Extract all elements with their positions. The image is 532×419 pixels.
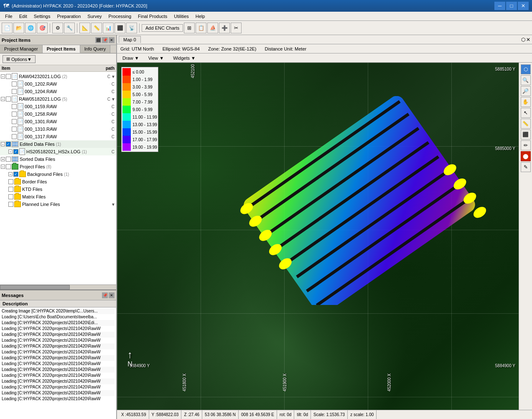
tree-node-raw2[interactable]: − 📄 RAW05182021.LOG (5) C ▼ (0, 95, 116, 103)
check-background[interactable]: ✓ (13, 172, 18, 177)
tree-node-background[interactable]: − ✓ Background Files (1) (0, 170, 116, 178)
map-tab-0[interactable]: Map 0 (119, 36, 141, 43)
pencil-btn[interactable]: ✎ (521, 162, 531, 172)
tree-node-raw2-2[interactable]: 📄 000_1258.RAW C (0, 110, 116, 118)
tree-node-ktd[interactable]: KTD Files (0, 185, 116, 193)
check-raw2[interactable] (6, 96, 11, 102)
check-raw2-1[interactable] (12, 104, 17, 109)
menu-item-help[interactable]: Help (192, 12, 209, 21)
target-button[interactable]: 🎯 (37, 23, 48, 33)
tree-node-project[interactable]: − Project Files (8) (0, 163, 116, 170)
tree-node-raw2-4[interactable]: 📄 000_1310.RAW C (0, 125, 116, 133)
zoom-in-btn[interactable]: 🔍 (521, 75, 531, 85)
tool-button-6[interactable]: ⬛ (115, 23, 125, 33)
map-close-button[interactable]: ✕ (526, 37, 530, 43)
tool-button-1[interactable]: ⚙ (52, 23, 63, 33)
enc-tool-4[interactable]: ➕ (219, 23, 230, 33)
check-raw2-5[interactable] (12, 134, 17, 139)
panel-icon-1[interactable]: ⬛ (95, 37, 101, 43)
enc-tool-3[interactable]: ⛵ (207, 23, 218, 33)
toggle-sorted[interactable]: + (1, 157, 5, 161)
tab-project-items[interactable]: Project Items (43, 45, 80, 53)
messages-pin[interactable]: 📌 (102, 292, 108, 298)
maximize-button[interactable]: □ (506, 2, 517, 10)
measure-btn[interactable]: 📏 (521, 119, 531, 129)
map-viewport[interactable]: ≤ 0.001.00 - 1.993.00 - 3.995.00 - 5.997… (117, 63, 532, 410)
check-planned[interactable] (8, 202, 13, 207)
menu-item-final products[interactable]: Final Products (135, 12, 171, 21)
tree-node-raw2-1[interactable]: 📄 000_1159.RAW C (0, 103, 116, 110)
sub-btn-draw[interactable]: Draw ▼ (119, 55, 143, 61)
map-expand-button[interactable]: ⬡ (521, 37, 525, 43)
toggle-raw1[interactable]: − (1, 74, 5, 79)
toggle-edited-1[interactable]: − (8, 150, 13, 154)
new-button[interactable]: 📄 (2, 23, 13, 33)
globe-button[interactable]: 🌐 (25, 23, 36, 33)
check-edited[interactable]: ✓ (6, 142, 11, 147)
check-raw1-1[interactable] (12, 81, 17, 86)
messages-content[interactable]: Creating Image [C:\HYPACK 2020\temp\C...… (0, 307, 116, 419)
edit-btn[interactable]: ✏ (521, 140, 531, 150)
tree-node-matrix[interactable]: Matrix Files (0, 193, 116, 201)
menu-item-survey[interactable]: Survey (84, 12, 105, 21)
tree-node-raw1[interactable]: − 📄 RAW04232021.LOG (2) C ▼ (0, 73, 116, 80)
menu-item-preparation[interactable]: Preparation (53, 12, 84, 21)
poly-btn[interactable]: ⬛ (521, 130, 531, 140)
check-raw2-3[interactable] (12, 119, 17, 124)
check-edited-1[interactable]: ✓ (13, 149, 18, 154)
zoom-out-btn[interactable]: 🔎 (521, 86, 531, 96)
enc-tool-2[interactable]: 📋 (196, 23, 206, 33)
tree-node-planned[interactable]: Planned Line Files ▼ (0, 201, 116, 208)
check-raw1-2[interactable] (12, 89, 17, 94)
open-button[interactable]: 📂 (13, 23, 24, 33)
messages-close[interactable]: ✕ (109, 292, 115, 298)
zoom-extent-btn[interactable]: ⬡ (521, 64, 531, 74)
menu-item-settings[interactable]: Settings (31, 12, 54, 21)
toggle-project[interactable]: − (1, 165, 5, 169)
select-btn[interactable]: ↖ (521, 108, 531, 118)
tree-node-edited[interactable]: − ✓ Edited Data Files (1) (0, 140, 116, 148)
tree-node-sorted[interactable]: + Sorted Data Files (0, 155, 116, 163)
menu-item-utilities[interactable]: Utilities (171, 12, 192, 21)
tool-button-7[interactable]: 📡 (126, 23, 137, 33)
tree-node-raw1-1[interactable]: 📄 000_1202.RAW C (0, 80, 116, 88)
enc-tool-5[interactable]: ✂ (231, 23, 242, 33)
tool-button-4[interactable]: 📏 (91, 23, 102, 33)
check-project[interactable] (6, 164, 11, 169)
red-btn[interactable]: ⬤ (521, 151, 531, 161)
menu-item-edit[interactable]: Edit (16, 12, 31, 21)
sub-btn-view[interactable]: View ▼ (145, 55, 168, 61)
tool-button-3[interactable]: 📐 (79, 23, 90, 33)
check-raw2-4[interactable] (12, 127, 17, 132)
check-raw2-2[interactable] (12, 112, 17, 117)
hand-btn[interactable]: ✋ (521, 97, 531, 107)
menu-item-file[interactable]: File (2, 12, 16, 21)
tree-node-raw1-2[interactable]: 📄 000_1204.RAW C (0, 88, 116, 95)
tool-button-2[interactable]: 🔧 (64, 23, 75, 33)
tree-area[interactable]: − 📄 RAW04232021.LOG (2) C ▼ 📄 000_1202.R… (0, 72, 116, 284)
sub-btn-widgets[interactable]: Widgets ▼ (169, 55, 199, 61)
toggle-background[interactable]: − (8, 172, 13, 176)
options-button[interactable]: ⊞ Options▼ (3, 55, 36, 63)
check-raw1[interactable] (6, 74, 11, 79)
check-matrix[interactable] (8, 194, 13, 199)
h-scrollbar[interactable] (0, 284, 116, 289)
panel-icon-2[interactable]: 📌 (102, 37, 108, 43)
tree-node-raw2-5[interactable]: 📄 000_1317.RAW C (0, 133, 116, 140)
minimize-button[interactable]: ─ (494, 2, 505, 10)
panel-close[interactable]: ✕ (109, 37, 115, 43)
tree-node-border[interactable]: Border Files (0, 178, 116, 185)
tab-project-manager[interactable]: Project Manager (0, 45, 43, 53)
add-enc-button[interactable]: Add ENC Charts (142, 24, 183, 32)
tool-button-5[interactable]: 📊 (103, 23, 114, 33)
close-button[interactable]: ✕ (518, 2, 529, 10)
toggle-raw2[interactable]: − (1, 97, 5, 101)
check-sorted[interactable] (6, 157, 11, 162)
tree-node-raw2-3[interactable]: 📄 000_1301.RAW C (0, 118, 116, 125)
tab-info-query[interactable]: Info Query (80, 45, 110, 53)
menu-item-processing[interactable]: Processing (105, 12, 135, 21)
check-ktd[interactable] (8, 187, 13, 192)
toggle-edited[interactable]: − (1, 142, 5, 146)
enc-tool-1[interactable]: ⊞ (184, 23, 195, 33)
tree-node-edited-1[interactable]: − ✓ 📄 HS205182021_HS2x.LOG (1) C (0, 148, 116, 155)
